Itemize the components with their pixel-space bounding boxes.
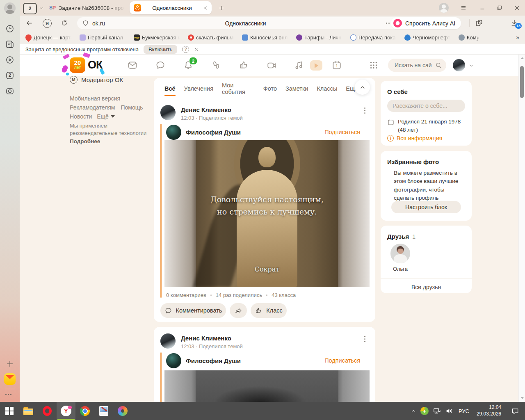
reload-icon[interactable] — [61, 19, 68, 27]
tab-close-icon[interactable] — [203, 6, 208, 10]
feed-tab-likes[interactable]: Классы — [317, 85, 337, 92]
video-panel-icon[interactable] — [5, 55, 15, 65]
configure-block-button[interactable]: Настроить блок — [391, 201, 461, 213]
warning-close-icon[interactable] — [194, 47, 199, 52]
window-maximize-icon[interactable] — [491, 0, 508, 15]
post-image[interactable] — [164, 370, 370, 402]
browser-user-avatar[interactable] — [439, 3, 449, 13]
tray-clock[interactable]: 12:04 29.03.2026 — [472, 402, 505, 420]
file-explorer-icon[interactable] — [19, 402, 38, 420]
share-button[interactable] — [230, 303, 247, 318]
tab-active[interactable]: Одноклассники — [130, 1, 212, 14]
moderator-row[interactable]: М Модератор ОК — [70, 76, 123, 84]
nav-mobile-link[interactable]: Мобильная версия — [70, 95, 120, 102]
tabs-panel-icon[interactable]: 2 — [5, 71, 15, 80]
likes-icon[interactable] — [239, 60, 249, 71]
alice-button[interactable]: Спросить Алису AI — [391, 17, 461, 29]
bookmark-item[interactable]: Яскачать фильмы 2 — [188, 34, 234, 41]
window-minimize-icon[interactable] — [474, 0, 491, 15]
scroll-down-icon[interactable] — [520, 397, 524, 399]
help-icon[interactable]: ? — [182, 46, 189, 53]
paint-icon[interactable] — [94, 402, 113, 420]
friend-name[interactable]: Ольга — [390, 266, 410, 272]
shares-count[interactable]: 14 раз поделились — [216, 292, 262, 298]
comments-count[interactable]: 0 комментариев — [166, 292, 206, 298]
user-menu-chevron-icon[interactable] — [468, 63, 474, 68]
add-widget-icon[interactable] — [5, 359, 14, 368]
nav-help-link[interactable]: Помощь — [121, 104, 143, 111]
tab-counter-chevron-icon[interactable] — [39, 5, 44, 11]
group-avatar[interactable] — [166, 353, 181, 368]
class-button[interactable]: Класс — [251, 303, 287, 318]
bookmark-item[interactable]: Донецк — карта, — [25, 34, 71, 41]
enable-protect-button[interactable]: Включить — [144, 45, 177, 54]
opera-icon[interactable] — [38, 402, 57, 420]
likes-count[interactable]: 43 класса — [272, 292, 296, 298]
group-name[interactable]: Философия Души — [186, 357, 241, 364]
ok-anniversary-logo[interactable]: 20 лет — [70, 57, 85, 73]
guests-icon[interactable] — [211, 60, 221, 71]
subscribe-link[interactable]: Подписаться — [324, 357, 360, 364]
subscribe-link[interactable]: Подписаться — [324, 129, 360, 135]
screenshot-icon[interactable] — [5, 86, 15, 96]
antivirus-tray-icon[interactable]: + — [418, 402, 431, 420]
yandex-mail-icon[interactable] — [4, 373, 16, 385]
post-author-avatar[interactable] — [160, 333, 176, 349]
post-image[interactable]: Довольствуйся настоящим,но стремись к лу… — [164, 140, 370, 287]
bookmarks-overflow-icon[interactable]: » — [516, 34, 519, 41]
new-tab-icon[interactable] — [218, 5, 224, 11]
scroll-up-icon[interactable] — [520, 57, 524, 59]
back-icon[interactable] — [25, 19, 33, 27]
bookmark-item[interactable]: Первый канал — — [80, 34, 126, 41]
shield-icon[interactable] — [82, 20, 89, 27]
feed-tab-photo[interactable]: Фото — [263, 85, 277, 92]
sidebar-more-icon[interactable] — [5, 394, 11, 395]
bookmark-item[interactable]: Киносемья онлай — [242, 34, 288, 41]
extensions-icon[interactable] — [475, 19, 483, 27]
search-input[interactable] — [394, 62, 435, 69]
profile-avatar[interactable] — [4, 2, 16, 14]
nav-more-link[interactable]: Ещё — [97, 113, 115, 120]
events-calendar-icon[interactable]: 1 — [331, 60, 342, 71]
nav-ads-link[interactable]: Рекламодателям — [70, 104, 115, 111]
messages-icon[interactable] — [127, 60, 138, 71]
nav-news-link[interactable]: Новости — [70, 113, 92, 120]
url-field[interactable]: ok.ru Одноклассники — [77, 17, 409, 29]
friend-avatar[interactable] — [390, 244, 410, 263]
friends-title[interactable]: Друзья — [387, 233, 409, 240]
all-info-link[interactable]: i Вся информация — [387, 135, 442, 142]
language-indicator[interactable]: РУС — [455, 402, 472, 420]
bookmark-item[interactable]: wwБукмекерская кон — [134, 34, 180, 41]
apps-grid-icon[interactable] — [369, 61, 378, 70]
feed-tab-events[interactable]: Мои события — [222, 82, 255, 95]
all-friends-link[interactable]: Все друзья — [381, 284, 472, 290]
volume-tray-icon[interactable] — [443, 402, 455, 420]
downloads-icon[interactable]: 18 — [510, 19, 518, 27]
notifications-icon[interactable]: 2 — [183, 60, 194, 71]
yandex-services-icon[interactable]: Я — [43, 19, 52, 28]
chrome-icon[interactable] — [75, 402, 94, 420]
post-author-name[interactable]: Денис Клименко — [181, 335, 231, 342]
bookmark-item[interactable]: Черноморнефтег — [404, 34, 450, 41]
scrollbar-thumb[interactable] — [520, 66, 524, 98]
music-icon[interactable] — [294, 60, 304, 71]
feed-tab-notes[interactable]: Заметки — [285, 85, 308, 92]
ok-user-avatar[interactable] — [453, 59, 465, 71]
about-input[interactable]: Расскажите о себе... — [387, 100, 465, 112]
start-button-icon[interactable] — [0, 402, 19, 420]
tray-expand-icon[interactable] — [409, 402, 418, 420]
photos-swirl-icon[interactable] — [113, 402, 132, 420]
post-menu-icon[interactable] — [362, 336, 368, 342]
window-close-icon[interactable] — [509, 0, 525, 15]
feed-articles-icon[interactable] — [5, 39, 15, 49]
yandex-browser-icon[interactable]: Y — [57, 402, 75, 420]
comment-button[interactable]: Комментировать — [160, 303, 226, 318]
discussions-icon[interactable] — [155, 60, 166, 71]
action-center-icon[interactable] — [505, 402, 525, 420]
bookmark-item[interactable]: Передача показа — [350, 34, 396, 41]
network-tray-icon[interactable] — [431, 402, 443, 420]
bookmark-item[interactable]: Кому — [459, 34, 479, 41]
bookmark-item[interactable]: Тарифы - Личный — [296, 34, 342, 41]
group-name[interactable]: Философия Души — [186, 129, 241, 136]
browser-menu-icon[interactable] — [455, 0, 472, 15]
